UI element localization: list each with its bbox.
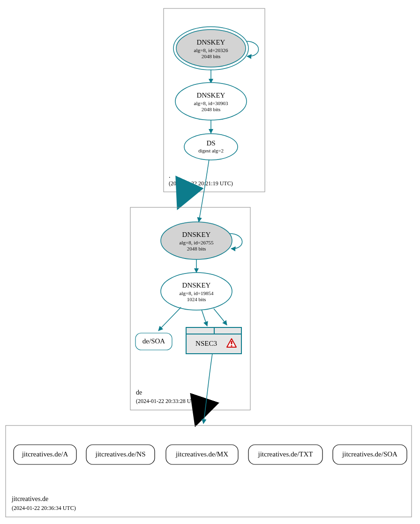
edge-nsec3-to-child: [203, 354, 212, 424]
de-zsk-title: DNSKEY: [182, 281, 211, 289]
dnssec-diagram: . (2024-01-22 20:21:19 UTC) DNSKEY alg=8…: [0, 0, 420, 524]
root-ksk-sub2: 2048 bits: [202, 53, 221, 59]
rr-soa: jitcreatives.de/SOA: [333, 445, 407, 464]
rr-a: jitcreatives.de/A: [14, 445, 76, 464]
rr-ns: jitcreatives.de/NS: [86, 445, 155, 464]
node-root-zsk: DNSKEY alg=8, id=30903 2048 bits: [175, 83, 247, 120]
de-ksk-sub1: alg=8, id=26755: [180, 240, 214, 245]
de-ksk-title: DNSKEY: [182, 231, 211, 238]
zone-child-box: [6, 425, 412, 517]
zone-root-name: .: [169, 172, 171, 179]
svg-rect-10: [231, 341, 232, 344]
rr-mx: jitcreatives.de/MX: [166, 445, 238, 464]
root-zsk-sub1: alg=8, id=30903: [194, 100, 228, 106]
rr-txt: jitcreatives.de/TXT: [248, 445, 322, 464]
de-zsk-sub2: 1024 bits: [187, 296, 206, 302]
rr-mx-label: jitcreatives.de/MX: [175, 450, 228, 458]
rr-a-label: jitcreatives.de/A: [22, 450, 68, 458]
edge-ds-to-de-ksk: [199, 159, 209, 222]
zone-de-ts: (2024-01-22 20:33:28 UTC): [136, 398, 200, 404]
root-ksk-title: DNSKEY: [197, 38, 225, 46]
root-ds-sub1: digest alg=2: [198, 148, 224, 153]
node-root-ds: DS digest alg=2: [184, 134, 238, 160]
root-zsk-title: DNSKEY: [197, 91, 225, 99]
edge-de-zsk-soa: [158, 307, 181, 331]
rr-txt-label: jitcreatives.de/TXT: [257, 450, 313, 458]
edge-de-zsk-nsec3a: [202, 310, 207, 326]
node-de-nsec3: NSEC3: [186, 327, 241, 354]
root-ds-title: DS: [206, 139, 215, 147]
node-de-ksk: DNSKEY alg=8, id=26755 2048 bits: [161, 222, 232, 259]
zone-child-name: jitcreatives.de: [11, 495, 48, 502]
zone-child-ts: (2024-01-22 20:36:34 UTC): [12, 505, 76, 511]
node-de-zsk: DNSKEY alg=8, id=19854 1024 bits: [161, 273, 232, 310]
zone-de-name: de: [136, 389, 142, 396]
rr-ns-label: jitcreatives.de/NS: [95, 450, 145, 458]
node-de-soa: de/SOA: [135, 333, 172, 350]
edge-zone-de-to-child: [197, 410, 201, 421]
node-root-ksk: DNSKEY alg=8, id=20326 2048 bits: [173, 27, 248, 70]
de-nsec3-label: NSEC3: [195, 340, 217, 347]
edge-zone-root-to-de: [180, 192, 185, 205]
edge-de-zsk-nsec3b: [214, 309, 227, 325]
de-soa-label: de/SOA: [142, 337, 165, 345]
root-zsk-sub2: 2048 bits: [202, 106, 221, 112]
svg-rect-11: [231, 345, 232, 347]
de-ksk-sub2: 2048 bits: [187, 246, 206, 251]
root-ksk-sub1: alg=8, id=20326: [194, 47, 228, 53]
de-zsk-sub1: alg=8, id=19854: [180, 290, 214, 296]
rr-soa-label: jitcreatives.de/SOA: [342, 450, 398, 458]
zone-root-ts: (2024-01-22 20:21:19 UTC): [169, 180, 233, 187]
svg-rect-8: [186, 327, 214, 334]
